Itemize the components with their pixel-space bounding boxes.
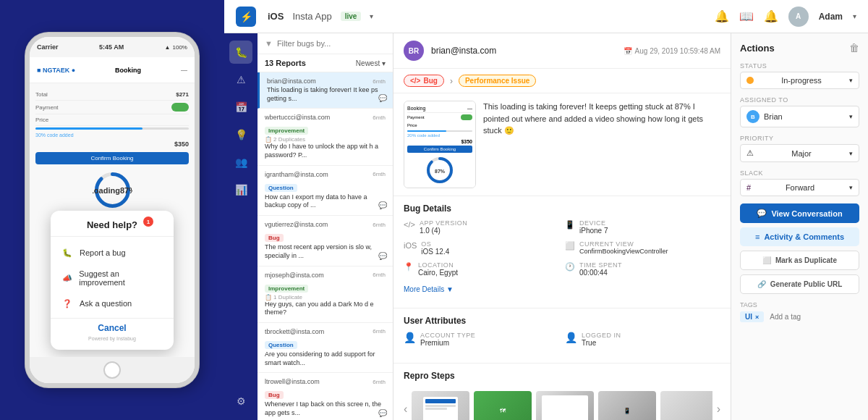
svg-text:87%: 87%: [435, 169, 446, 174]
report-item-4[interactable]: vgutierrez@insta.com 6mth Bug The most r…: [258, 216, 393, 266]
progress-fill: [35, 127, 142, 130]
delete-icon[interactable]: 🗑: [849, 42, 859, 54]
megaphone-option-icon: 📣: [61, 272, 73, 285]
tag-4: Bug: [265, 234, 284, 242]
report-item-5[interactable]: mjoseph@insta.com 6mth Improvement 📋 1 D…: [258, 266, 393, 323]
env-dropdown[interactable]: ▾: [370, 12, 373, 20]
report-item-6[interactable]: tbrockett@insta.com 6mth Question Are yo…: [258, 323, 393, 373]
report-time-1: 6mth: [373, 78, 386, 85]
confirm-booking-btn[interactable]: Confirm Booking: [35, 152, 189, 164]
report-text-1: This loading is taking forever! It kee p…: [267, 86, 386, 103]
current-view-label: CURRENT VIEW: [579, 240, 668, 248]
user-dropdown[interactable]: ▾: [853, 12, 856, 20]
bell-nav-icon[interactable]: 🔔: [764, 9, 778, 23]
assign-row: B Brian: [746, 110, 783, 123]
booking-payment-label: Payment: [35, 104, 59, 111]
booking-total-value: $271: [176, 91, 189, 98]
report-time-3: 6mth: [373, 171, 386, 177]
more-details-link[interactable]: More Details ▼: [404, 285, 720, 293]
report-email-3: igrantham@insta.com: [265, 171, 328, 178]
nav-icons-group: 🔔 📖 🔔 A Adam ▾: [715, 7, 856, 27]
megaphone-nav-icon[interactable]: 🔔: [715, 9, 729, 23]
bug-option-icon: 🐛: [61, 246, 74, 259]
user-name-label: Adam: [819, 12, 843, 22]
reports-panel: ▼ 13 Reports Newest ▾ brian@insta.com 6m…: [258, 33, 393, 420]
sidebar-icon-settings[interactable]: ⚙: [229, 390, 252, 413]
booking-screenshot-thumb: Booking— Payment Price 20% code added $3…: [404, 101, 476, 188]
book-nav-icon[interactable]: 📖: [739, 9, 754, 23]
link-btn-icon: 🔗: [757, 280, 766, 288]
os-item: iOS OS iOS 12.4: [404, 240, 559, 256]
location-value: Cairo, Egypt: [418, 269, 458, 277]
os-value: iOS 12.4: [421, 248, 449, 256]
loading-pct-text: Loading87%: [93, 186, 132, 195]
repro-prev-btn[interactable]: ‹: [404, 403, 407, 416]
filter-input[interactable]: [277, 39, 386, 48]
report-item-2[interactable]: wbertuccci@insta.com 6mth Improvement 📋 …: [258, 109, 393, 165]
assigned-chevron: ▾: [849, 113, 853, 120]
repro-next-btn[interactable]: ›: [717, 403, 720, 416]
sidebar-icon-calendar[interactable]: 📅: [229, 96, 252, 119]
detail-panel: BR brian@insta.com 📅 Aug 29, 2019 10:59:…: [393, 33, 731, 420]
tag-7: Bug: [265, 391, 284, 399]
report-time-6: 6mth: [373, 328, 386, 335]
sidebar-icon-people[interactable]: 👥: [229, 151, 252, 174]
cancel-button[interactable]: Cancel: [51, 318, 174, 333]
suggest-improvement-option[interactable]: 📣 Suggest an improvement: [51, 264, 174, 292]
report-item-1[interactable]: brian@insta.com 6mth This loading is tak…: [258, 72, 393, 109]
device-value: iPhone 7: [579, 227, 608, 235]
tags-row: </> Bug › Performance Issue: [393, 69, 731, 93]
report-email-5: mjoseph@insta.com: [265, 272, 324, 279]
report-item-3[interactable]: igrantham@insta.com 6mth Question How ca…: [258, 166, 393, 216]
assigned-dropdown[interactable]: B Brian ▾: [740, 106, 859, 127]
loading-circle-svg: Loading87%: [93, 170, 132, 210]
phone-frame: Carrier 5:45 AM ▲ 100% ■ NGTAEK ● Bookin…: [25, 33, 199, 387]
detail-description: This loading is taking forever! It keeps…: [483, 101, 720, 180]
priority-field: Priority ⚠ Major ▾: [740, 135, 859, 162]
app-body: 🐛 ⚠ 📅 💡 👥 📊 ⚙ ▼ 13 Reports Newest ▾: [224, 33, 868, 420]
user-attrs-grid: 👤 ACCOUNT TYPE Premium 👤 LOGGED IN True: [404, 332, 720, 347]
home-circle[interactable]: [103, 361, 121, 379]
bug-details-title: Bug Details: [404, 203, 720, 214]
repro-section: Repro Steps ‹: [393, 364, 731, 420]
phone-screen: ■ NGTAEK ● Booking — Total $271 Payment …: [30, 57, 195, 357]
carrier-label: Carrier: [37, 43, 59, 51]
status-right: ▲ 100%: [165, 44, 187, 51]
wifi-icon: ▲: [165, 44, 171, 51]
slack-label: Slack: [740, 169, 859, 177]
tag-remove-icon[interactable]: ×: [755, 314, 759, 321]
user-attrs-section: User Attributes 👤 ACCOUNT TYPE Premium 👤: [393, 308, 731, 364]
report-bug-option[interactable]: 🐛 Report a bug: [51, 241, 174, 264]
sidebar-icon-bug[interactable]: 🐛: [229, 41, 252, 64]
report-text-5: Hey guys, can you add a Dark Mo d e them…: [265, 301, 386, 317]
generate-public-url-btn[interactable]: 🔗 Generate Public URL: [740, 274, 859, 294]
clock-icon: 🕐: [565, 262, 575, 272]
activity-comments-btn[interactable]: ≡ Activity & Comments: [740, 227, 859, 246]
tag-2: Improvement: [265, 127, 308, 135]
bug-tag-pill: </> Bug: [404, 75, 444, 87]
chat-btn-icon: 💬: [757, 209, 767, 218]
reports-count: 13 Reports: [265, 59, 306, 67]
repro-images-row: ‹: [404, 387, 720, 420]
sidebar-icon-warning[interactable]: ⚠: [229, 68, 252, 91]
sort-dropdown[interactable]: Newest ▾: [356, 59, 386, 67]
sidebar-icon-chart[interactable]: 📊: [229, 178, 252, 201]
sidebar-icon-lightbulb[interactable]: 💡: [229, 123, 252, 146]
tag-6: Question: [265, 341, 297, 349]
status-dropdown[interactable]: In-progress ▾: [740, 72, 859, 89]
loading-overlay: Loading87%: [35, 170, 189, 210]
actions-title: Actions: [740, 43, 775, 54]
ask-question-option[interactable]: ❓ Ask a question: [51, 292, 174, 315]
detail-email: brian@insta.com: [431, 46, 496, 56]
priority-dropdown[interactable]: ⚠ Major ▾: [740, 144, 859, 162]
report-item-7[interactable]: ltrowell@insta.com 6mth Bug Whenever I t…: [258, 373, 393, 420]
report-text-2: Why do I have to unlock the app wit h a …: [265, 143, 386, 159]
add-tag-input[interactable]: [770, 313, 813, 321]
slack-dropdown[interactable]: # Forward ▾: [740, 179, 859, 196]
priority-icon: ⚠: [746, 148, 754, 158]
mark-duplicate-btn[interactable]: ⬜ Mark as Duplicate: [740, 251, 859, 270]
report-text-6: Are you considering to add support for s…: [265, 350, 386, 367]
view-conversation-btn[interactable]: 💬 View Conversation: [740, 203, 859, 223]
repro-images-list: 🗺 📱: [412, 391, 712, 420]
repro-img-5: [660, 391, 712, 420]
